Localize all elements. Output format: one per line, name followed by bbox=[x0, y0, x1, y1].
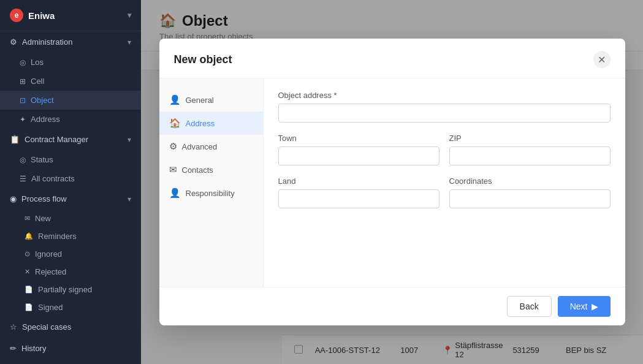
form-row-town-zip: Town ZIP bbox=[278, 134, 611, 176]
address-nav-icon: 🏠 bbox=[169, 118, 181, 129]
modal-header: New object ✕ bbox=[159, 39, 625, 78]
form-group-town: Town bbox=[278, 134, 439, 165]
app-name: Eniwa bbox=[28, 10, 55, 21]
sidebar-item-label-reminders: Reminders bbox=[38, 232, 77, 241]
land-input[interactable] bbox=[278, 189, 439, 208]
sidebar-item-object[interactable]: ⊡ Object bbox=[0, 91, 141, 110]
administration-chevron: ▾ bbox=[127, 38, 131, 47]
address-icon: ✦ bbox=[20, 115, 26, 124]
modal-body: 👤 General 🏠 Address ⚙ Advanced ✉ Contact… bbox=[159, 78, 625, 287]
land-label: Land bbox=[278, 176, 439, 186]
history-icon: ✏ bbox=[10, 344, 17, 353]
sidebar-item-los[interactable]: ◎ Los bbox=[0, 53, 141, 72]
sidebar-item-label-cell: Cell bbox=[31, 77, 44, 86]
sidebar-item-label-new: New bbox=[35, 214, 51, 223]
main-content: 🏠 Object The list of property objects. I… bbox=[141, 0, 643, 364]
object-icon: ⊡ bbox=[20, 96, 26, 105]
cell-icon: ⊞ bbox=[20, 77, 26, 86]
advanced-nav-icon: ⚙ bbox=[169, 141, 177, 152]
special-cases-icon: ☆ bbox=[10, 322, 17, 332]
wizard-step-responsibility[interactable]: 👤 Responsibility bbox=[159, 181, 263, 205]
town-input[interactable] bbox=[278, 146, 439, 165]
form-row-land-coordinates: Land Coordinates bbox=[278, 176, 611, 219]
contacts-nav-icon: ✉ bbox=[169, 164, 177, 175]
sidebar-item-label-partially-signed: Partially signed bbox=[38, 285, 92, 294]
sidebar-item-cell[interactable]: ⊞ Cell bbox=[0, 72, 141, 91]
wizard-step-label-address: Address bbox=[186, 119, 215, 128]
wizard-step-advanced[interactable]: ⚙ Advanced bbox=[159, 135, 263, 158]
wizard-step-label-general: General bbox=[186, 96, 214, 105]
reminders-icon: 🔔 bbox=[25, 232, 33, 240]
process-flow-icon: ◉ bbox=[10, 194, 17, 203]
sidebar-section-contract-manager: 📋 Contract Manager ▾ ◎ Status ☰ All cont… bbox=[0, 129, 141, 188]
form-group-land: Land bbox=[278, 176, 439, 208]
wizard-nav: 👤 General 🏠 Address ⚙ Advanced ✉ Contact… bbox=[159, 78, 264, 287]
sidebar-item-label-rejected: Rejected bbox=[35, 267, 66, 276]
sidebar-item-status[interactable]: ◎ Status bbox=[0, 150, 141, 169]
modal-title: New object bbox=[174, 53, 232, 66]
sidebar-item-rejected[interactable]: ✕ Rejected bbox=[0, 263, 141, 281]
form-group-zip: ZIP bbox=[449, 134, 611, 165]
new-icon: ✉ bbox=[25, 214, 30, 222]
general-nav-icon: 👤 bbox=[169, 94, 181, 105]
contract-manager-icon: 📋 bbox=[10, 135, 20, 144]
sidebar-section-label-process-flow: Process flow bbox=[21, 194, 67, 203]
sidebar-section-header-contract-manager[interactable]: 📋 Contract Manager ▾ bbox=[0, 129, 141, 150]
object-address-input[interactable] bbox=[278, 104, 611, 123]
responsibility-nav-icon: 👤 bbox=[169, 188, 181, 199]
modal: New object ✕ 👤 General 🏠 Address ⚙ bbox=[159, 39, 625, 325]
next-button[interactable]: Next ▶ bbox=[558, 296, 611, 317]
contract-manager-chevron: ▾ bbox=[127, 135, 131, 144]
sidebar-item-special-cases[interactable]: ☆ Special cases bbox=[0, 316, 141, 338]
partially-signed-icon: 📄 bbox=[25, 286, 33, 294]
next-button-label: Next bbox=[570, 301, 588, 311]
rejected-icon: ✕ bbox=[25, 268, 30, 276]
sidebar-item-label-history: History bbox=[21, 344, 46, 353]
los-icon: ◎ bbox=[20, 58, 26, 67]
wizard-step-address[interactable]: 🏠 Address bbox=[159, 112, 263, 135]
back-button[interactable]: Back bbox=[507, 296, 552, 317]
form-group-coordinates: Coordinates bbox=[449, 176, 611, 208]
sidebar-item-history[interactable]: ✏ History bbox=[0, 338, 141, 359]
next-arrow-icon: ▶ bbox=[592, 301, 598, 311]
sidebar-logo-chevron: ▾ bbox=[127, 11, 131, 20]
signed-icon: 📄 bbox=[25, 303, 33, 311]
sidebar: e Eniwa ▾ ⚙ Administration ▾ ◎ Los ⊞ Cel… bbox=[0, 0, 141, 364]
sidebar-section-process-flow: ◉ Process flow ▾ ✉ New 🔔 Reminders ⊙ Ign… bbox=[0, 188, 141, 316]
sidebar-section-label-contract-manager: Contract Manager bbox=[25, 135, 88, 144]
wizard-step-contacts[interactable]: ✉ Contacts bbox=[159, 158, 263, 181]
sidebar-item-label-ignored: Ignored bbox=[35, 249, 62, 259]
modal-form: Object address * Town ZIP bbox=[264, 78, 625, 287]
process-flow-chevron: ▾ bbox=[127, 195, 131, 203]
sidebar-section-header-administration[interactable]: ⚙ Administration ▾ bbox=[0, 31, 141, 53]
sidebar-item-signed[interactable]: 📄 Signed bbox=[0, 298, 141, 316]
coordinates-input[interactable] bbox=[449, 189, 611, 208]
administration-icon: ⚙ bbox=[10, 37, 17, 47]
sidebar-section-label-administration: Administration bbox=[22, 37, 72, 47]
wizard-step-label-advanced: Advanced bbox=[182, 142, 218, 151]
modal-close-button[interactable]: ✕ bbox=[593, 51, 611, 68]
modal-footer: Back Next ▶ bbox=[159, 287, 625, 325]
logo-icon: e bbox=[10, 9, 23, 22]
sidebar-section-header-process-flow[interactable]: ◉ Process flow ▾ bbox=[0, 188, 141, 210]
wizard-step-label-responsibility: Responsibility bbox=[186, 189, 235, 198]
sidebar-item-label-special-cases: Special cases bbox=[22, 322, 71, 332]
coordinates-label: Coordinates bbox=[449, 176, 611, 186]
sidebar-item-address[interactable]: ✦ Address bbox=[0, 110, 141, 129]
form-group-object-address: Object address * bbox=[278, 91, 611, 123]
sidebar-item-reminders[interactable]: 🔔 Reminders bbox=[0, 227, 141, 245]
sidebar-item-ignored[interactable]: ⊙ Ignored bbox=[0, 245, 141, 263]
status-icon: ◎ bbox=[20, 156, 26, 164]
sidebar-item-label-all-contracts: All contracts bbox=[31, 174, 75, 183]
sidebar-item-new[interactable]: ✉ New bbox=[0, 210, 141, 227]
modal-overlay: New object ✕ 👤 General 🏠 Address ⚙ bbox=[141, 0, 643, 364]
sidebar-item-all-contracts[interactable]: ☰ All contracts bbox=[0, 169, 141, 188]
wizard-step-general[interactable]: 👤 General bbox=[159, 88, 263, 112]
sidebar-item-settings[interactable]: ⚙ Settings bbox=[0, 359, 141, 364]
sidebar-logo[interactable]: e Eniwa ▾ bbox=[0, 0, 141, 31]
sidebar-item-label-object: Object bbox=[31, 96, 54, 105]
town-label: Town bbox=[278, 134, 439, 143]
sidebar-item-partially-signed[interactable]: 📄 Partially signed bbox=[0, 281, 141, 298]
sidebar-item-label-address: Address bbox=[31, 115, 60, 124]
zip-input[interactable] bbox=[449, 146, 611, 165]
